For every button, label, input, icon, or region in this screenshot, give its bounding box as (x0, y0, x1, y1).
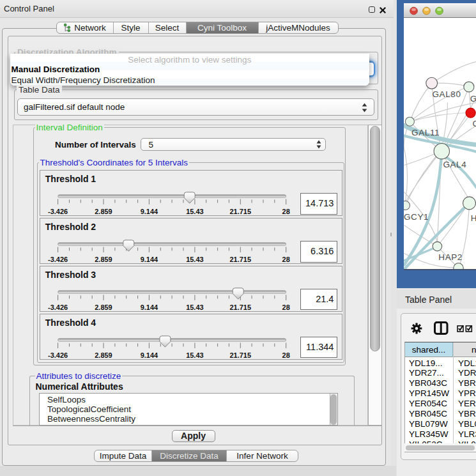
svg-text:HAP2: HAP2 (438, 252, 463, 262)
svg-text:21.715: 21.715 (229, 256, 251, 263)
svg-text:28: 28 (282, 256, 289, 263)
svg-text:2.859: 2.859 (95, 256, 112, 263)
svg-text:HI: HI (470, 213, 476, 222)
svg-text:GA: GA (470, 93, 476, 103)
svg-text:GAL80: GAL80 (432, 89, 461, 99)
svg-text:9.144: 9.144 (140, 351, 158, 358)
svg-text:15.43: 15.43 (186, 351, 204, 358)
svg-text:15.43: 15.43 (186, 208, 204, 215)
svg-text:28: 28 (282, 208, 289, 215)
svg-text:GCY1: GCY1 (404, 212, 429, 222)
svg-text:9.144: 9.144 (140, 303, 158, 311)
svg-text:28: 28 (282, 351, 289, 358)
svg-text:21.715: 21.715 (229, 303, 251, 311)
svg-text:2.859: 2.859 (95, 208, 112, 215)
svg-text:9.144: 9.144 (140, 208, 158, 215)
svg-text:GAL4: GAL4 (443, 160, 466, 169)
svg-text:GAL11: GAL11 (411, 127, 440, 137)
svg-text:-3.426: -3.426 (48, 256, 68, 263)
svg-text:2.859: 2.859 (95, 351, 112, 358)
svg-text:21.715: 21.715 (229, 208, 251, 215)
svg-text:15.43: 15.43 (186, 256, 204, 263)
svg-text:-3.426: -3.426 (48, 351, 68, 358)
svg-text:-3.426: -3.426 (48, 208, 68, 215)
svg-text:2.859: 2.859 (95, 303, 112, 311)
svg-text:-3.426: -3.426 (48, 303, 68, 311)
svg-text:9.144: 9.144 (140, 256, 158, 263)
svg-text:28: 28 (282, 303, 289, 311)
svg-text:21.715: 21.715 (229, 351, 251, 358)
svg-text:GC: GC (472, 118, 476, 128)
svg-text:15.43: 15.43 (186, 303, 204, 311)
